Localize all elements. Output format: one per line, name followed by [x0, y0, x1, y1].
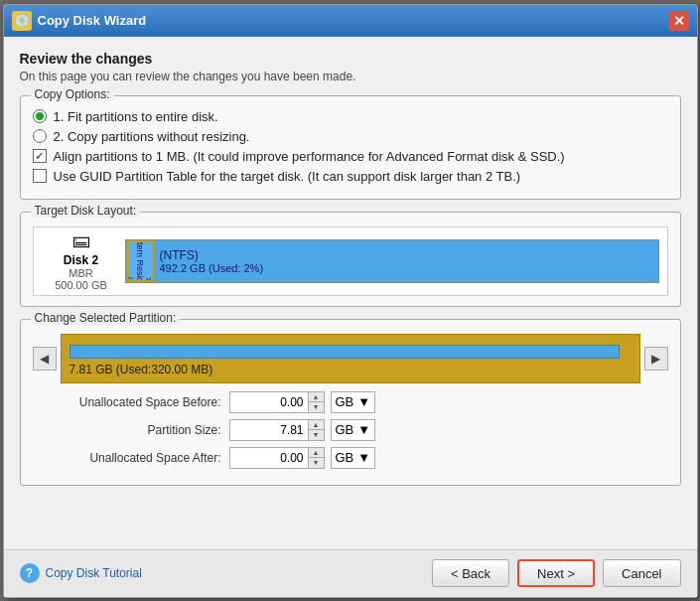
unallocated-before-spinner: ▲ ▼	[309, 391, 325, 413]
partition-size-label: Partition Size:	[33, 423, 221, 437]
partition-size-spin-down[interactable]: ▼	[309, 430, 324, 440]
unallocated-before-row: Unallocated Space Before: ▲ ▼ GB ▼	[33, 391, 668, 413]
partition-size-spin-up[interactable]: ▲	[309, 420, 324, 431]
unallocated-after-label: Unallocated Space After:	[33, 451, 221, 465]
footer-help: ? Copy Disk Tutorial	[20, 563, 432, 583]
unallocated-after-spinner: ▲ ▼	[309, 447, 325, 469]
partition-sys-res-label: System Resi	[135, 240, 145, 278]
help-icon[interactable]: ?	[20, 563, 40, 583]
partition-size-unit[interactable]: GB ▼	[331, 419, 376, 441]
back-button[interactable]: < Back	[432, 559, 509, 587]
disk-size: 500.00 GB	[55, 279, 107, 291]
close-button[interactable]: ✕	[669, 11, 689, 31]
option-3-label: Align partitions to 1 MB. (It could impr…	[54, 149, 565, 164]
partition-system-reserved[interactable]: System Resi 7.8 GB (Use	[126, 240, 154, 282]
partition-bar-fill	[70, 345, 621, 359]
option-4-row[interactable]: Use GUID Partition Table for the target …	[33, 169, 668, 184]
disk-type: MBR	[69, 267, 92, 279]
target-disk-group: Target Disk Layout: 🖴 Disk 2 MBR 500.00 …	[20, 212, 681, 307]
option-2-radio[interactable]	[33, 129, 47, 143]
option-4-label: Use GUID Partition Table for the target …	[54, 169, 521, 184]
footer-buttons: < Back Next > Cancel	[432, 559, 681, 587]
partition-main-size: 492.2 GB (Used: 2%)	[160, 262, 652, 274]
unallocated-before-unit[interactable]: GB ▼	[331, 391, 376, 413]
option-3-row[interactable]: ✓ Align partitions to 1 MB. (It could im…	[33, 149, 668, 164]
page-title: Review the changes	[20, 51, 681, 67]
option-1-radio[interactable]	[33, 109, 47, 123]
footer: ? Copy Disk Tutorial < Back Next > Cance…	[4, 549, 697, 597]
option-1-row[interactable]: 1. Fit partitions to entire disk.	[33, 109, 668, 124]
content-area: Review the changes On this page you can …	[4, 37, 697, 549]
option-2-row[interactable]: 2. Copy partitions without resizing.	[33, 129, 668, 144]
copy-options-group: Copy Options: 1. Fit partitions to entir…	[20, 95, 681, 200]
cancel-button[interactable]: Cancel	[603, 559, 680, 587]
unallocated-before-input[interactable]	[229, 391, 309, 413]
copy-options-legend: Copy Options:	[31, 87, 114, 101]
unallocated-after-input[interactable]	[229, 447, 309, 469]
partition-size-input[interactable]	[229, 419, 309, 441]
unallocated-before-label: Unallocated Space Before:	[33, 395, 221, 409]
unallocated-after-row: Unallocated Space After: ▲ ▼ GB ▼	[33, 447, 668, 469]
main-window: 💿 Copy Disk Wizard ✕ Review the changes …	[3, 4, 698, 598]
disk-icon: 🖴	[72, 230, 90, 251]
partition-bar-container: ◀ 7.81 GB (Used:320.00 MB) ▶	[33, 334, 668, 383]
partition-main[interactable]: (NTFS) 492.2 GB (Used: 2%)	[154, 240, 658, 282]
disk-info: 🖴 Disk 2 MBR 500.00 GB	[42, 230, 121, 291]
tutorial-link[interactable]: Copy Disk Tutorial	[46, 566, 142, 580]
option-3-checkbox[interactable]: ✓	[33, 149, 47, 163]
unallocated-before-spin-down[interactable]: ▼	[309, 402, 324, 412]
partition-sys-res-size: 7.8 GB (Use	[126, 277, 153, 281]
partition-size-row: Partition Size: ▲ ▼ GB ▼	[33, 419, 668, 441]
disk-partitions: System Resi 7.8 GB (Use (NTFS) 492.2 GB …	[125, 239, 659, 283]
disk-layout-container: 🖴 Disk 2 MBR 500.00 GB System Resi 7.8 G…	[33, 226, 668, 296]
partition-bar-wrapper: 7.81 GB (Used:320.00 MB)	[61, 334, 640, 383]
partition-scroll-right[interactable]: ▶	[644, 347, 668, 371]
window-icon: 💿	[12, 11, 32, 31]
option-1-label: 1. Fit partitions to entire disk.	[54, 109, 218, 124]
partition-editor: ◀ 7.81 GB (Used:320.00 MB) ▶ Unallocated…	[33, 334, 668, 469]
partition-main-label: (NTFS)	[160, 248, 652, 262]
unallocated-after-unit[interactable]: GB ▼	[331, 447, 376, 469]
option-2-label: 2. Copy partitions without resizing.	[54, 129, 250, 144]
partition-scroll-left[interactable]: ◀	[33, 347, 57, 371]
option-4-checkbox[interactable]	[33, 169, 47, 183]
partition-size-spinner: ▲ ▼	[309, 419, 325, 441]
window-title: Copy Disk Wizard	[38, 13, 669, 28]
disk-row: 🖴 Disk 2 MBR 500.00 GB System Resi 7.8 G…	[42, 235, 659, 287]
disk-name: Disk 2	[64, 253, 98, 267]
partition-bar-label: 7.81 GB (Used:320.00 MB)	[70, 363, 631, 376]
unallocated-before-spin-up[interactable]: ▲	[309, 392, 324, 403]
unallocated-after-spin-up[interactable]: ▲	[309, 448, 324, 459]
page-subtitle: On this page you can review the changes …	[20, 70, 681, 83]
change-partition-group: Change Selected Partition: ◀ 7.81 GB (Us…	[20, 319, 681, 486]
target-disk-legend: Target Disk Layout:	[31, 204, 141, 218]
title-bar: 💿 Copy Disk Wizard ✕	[4, 5, 697, 37]
unallocated-after-spin-down[interactable]: ▼	[309, 458, 324, 468]
change-partition-legend: Change Selected Partition:	[31, 311, 181, 325]
next-button[interactable]: Next >	[517, 559, 595, 587]
